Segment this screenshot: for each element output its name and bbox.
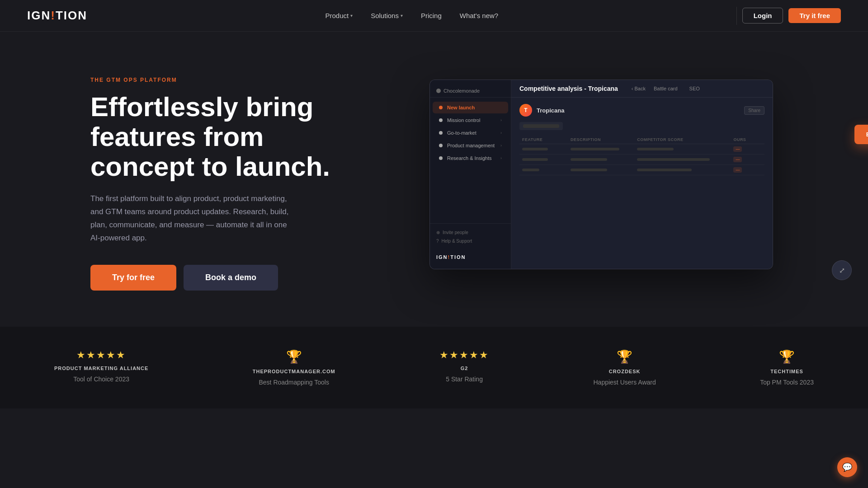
hero-buttons: Try for free Book a demo	[90, 265, 335, 291]
expand-button[interactable]: ⤢	[832, 260, 852, 280]
cell-tag: —	[733, 167, 742, 173]
mockup-main-area: Competitive analysis - Tropicana ‹ Back …	[511, 80, 773, 269]
explore-ignition-tooltip[interactable]: Explore Ignition	[854, 125, 868, 144]
col-competitor: Competitor score	[634, 136, 731, 144]
sidebar-item-go-to-market[interactable]: Go-to-market ›	[433, 127, 508, 139]
navbar: IGN!TION Product ▾ Solutions ▾ Pricing W…	[0, 0, 868, 32]
research-insights-icon	[439, 156, 443, 160]
invite-people-item[interactable]: ⊕ Invite people	[436, 228, 505, 237]
hero-section: THE GTM OPS PLATFORM Effortlessly bring …	[0, 32, 868, 327]
sidebar-footer: ⊕ Invite people ? Help & Support	[430, 223, 511, 250]
cell-bar	[637, 158, 710, 161]
sidebar-item-label: Research & Insights	[447, 155, 491, 161]
nav-solutions[interactable]: Solutions ▾	[371, 12, 403, 19]
hero-content: THE GTM OPS PLATFORM Effortlessly bring …	[90, 59, 335, 291]
award-desc-techtimes: Top PM Tools 2023	[760, 379, 814, 386]
chevron-right-icon: ›	[500, 131, 502, 135]
sidebar-item-label: Go-to-market	[447, 130, 476, 136]
cell-tag: —	[733, 146, 742, 152]
sidebar-item-product-management[interactable]: Product management ›	[433, 140, 508, 151]
sidebar-logo: IGN!TION	[430, 250, 511, 264]
stars-g2: ★★★★★	[439, 349, 489, 361]
sidebar-item-new-launch[interactable]: New launch	[433, 102, 508, 113]
award-desc-g2: 5 Star Rating	[446, 375, 483, 383]
nav-pricing[interactable]: Pricing	[421, 12, 442, 19]
table-row: —	[519, 155, 764, 165]
award-g2: ★★★★★ G2 5 Star Rating	[439, 349, 489, 383]
cell-bar	[637, 148, 673, 150]
company-name: Tropicana	[537, 107, 564, 114]
company-avatar: T	[519, 104, 532, 117]
award-desc-pma: Tool of Choice 2023	[73, 375, 129, 383]
book-demo-button[interactable]: Book a demo	[184, 265, 278, 291]
award-crozdesk: 🏆 CROZDESK Happiest Users Award	[593, 349, 656, 386]
workspace-name: Chocolemonade	[443, 88, 480, 94]
mockup-topbar: Competitive analysis - Tropicana ‹ Back …	[511, 80, 773, 98]
mockup-page-title: Competitive analysis - Tropicana	[519, 85, 618, 92]
stars-pma: ★★★★★	[76, 349, 126, 361]
chat-widget-button[interactable]: 💬	[837, 457, 857, 477]
sidebar-item-label: Mission control	[447, 117, 480, 123]
sidebar-item-label: New launch	[447, 105, 475, 110]
hero-visual: Chocolemonade New launch Mission control…	[362, 80, 841, 269]
app-mockup: Chocolemonade New launch Mission control…	[429, 80, 773, 269]
logo[interactable]: IGN!TION	[27, 9, 87, 23]
login-button[interactable]: Login	[742, 8, 783, 23]
award-desc-crozdesk: Happiest Users Award	[593, 379, 656, 386]
cell-bar	[522, 148, 548, 150]
award-pma: ★★★★★ PRODUCT MARKETING ALLIANCE Tool of…	[54, 349, 148, 383]
award-tpm: 🏆 THEPRODUCTMANAGER.COM Best Roadmapping…	[253, 349, 335, 386]
cell-bar	[522, 158, 548, 161]
trophy-tpm: 🏆	[286, 349, 302, 364]
mission-control-icon	[439, 118, 443, 122]
sidebar-item-research-insights[interactable]: Research & Insights ›	[433, 152, 508, 164]
awards-section: ★★★★★ PRODUCT MARKETING ALLIANCE Tool of…	[0, 327, 868, 408]
help-support-label: Help & Support	[442, 239, 472, 244]
company-row: T Tropicana Share	[519, 104, 764, 117]
award-source-techtimes: TECHTIMES	[770, 369, 803, 374]
invite-people-label: Invite people	[443, 230, 468, 235]
try-for-free-button[interactable]: Try for free	[90, 265, 176, 291]
hero-tag: THE GTM OPS PLATFORM	[90, 77, 335, 83]
trophy-crozdesk: 🏆	[617, 349, 632, 364]
cell-bar	[571, 169, 607, 171]
cell-bar	[522, 169, 539, 171]
cell-bar	[571, 148, 619, 150]
nav-product[interactable]: Product ▾	[325, 12, 353, 19]
chat-icon: 💬	[842, 462, 852, 472]
share-button[interactable]: Share	[744, 106, 764, 115]
chevron-down-icon: ▾	[401, 13, 403, 18]
sidebar-item-label: Product management	[447, 143, 495, 148]
col-description: Description	[568, 136, 634, 144]
chevron-down-icon: ▾	[350, 13, 353, 18]
divider	[736, 7, 737, 25]
trophy-techtimes: 🏆	[779, 349, 795, 364]
back-button[interactable]: ‹ Back	[632, 86, 646, 91]
nav-actions: Login Try it free	[736, 7, 841, 25]
new-launch-icon	[439, 106, 443, 109]
table-row: —	[519, 144, 764, 155]
col-ours: Ours	[731, 136, 764, 144]
hero-description: The first platform built to align produc…	[90, 192, 289, 245]
award-source-g2: G2	[461, 366, 468, 371]
workspace-icon	[436, 89, 441, 93]
try-it-free-button[interactable]: Try it free	[788, 8, 841, 23]
sidebar-item-mission-control[interactable]: Mission control ›	[433, 114, 508, 126]
nav-links: Product ▾ Solutions ▾ Pricing What's new…	[325, 12, 498, 19]
product-management-icon	[439, 144, 443, 147]
cell-bar	[571, 158, 607, 161]
award-desc-tpm: Best Roadmapping Tools	[259, 379, 329, 386]
tab-seo[interactable]: SEO	[686, 84, 703, 93]
chevron-right-icon: ›	[500, 156, 502, 160]
award-source-pma: PRODUCT MARKETING ALLIANCE	[54, 366, 148, 371]
col-feature: Feature	[519, 136, 568, 144]
cell-bar	[637, 169, 692, 171]
nav-whats-new[interactable]: What's new?	[460, 12, 498, 19]
workspace-header: Chocolemonade	[430, 84, 511, 98]
help-support-item[interactable]: ? Help & Support	[436, 237, 505, 245]
table-row: —	[519, 165, 764, 175]
tab-battle-card[interactable]: Battle card	[650, 84, 681, 93]
chevron-right-icon: ›	[500, 143, 502, 148]
mockup-sidebar: Chocolemonade New launch Mission control…	[430, 80, 511, 269]
mockup-content-area: T Tropicana Share Feature Description Co…	[511, 98, 773, 269]
